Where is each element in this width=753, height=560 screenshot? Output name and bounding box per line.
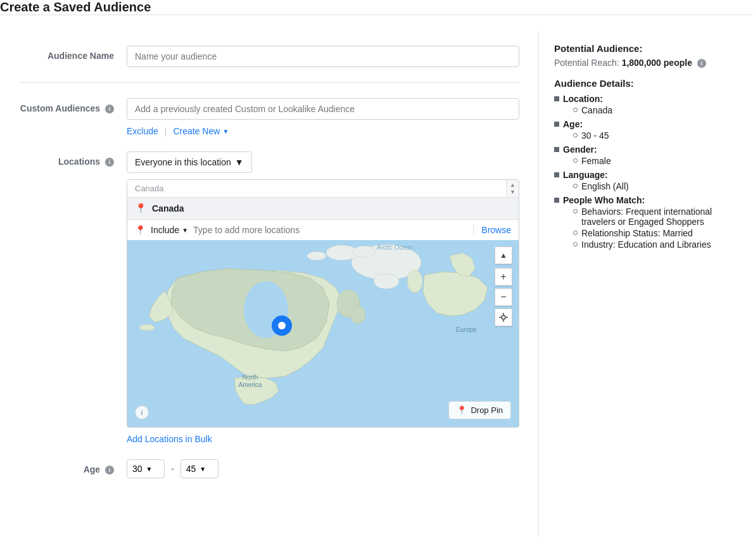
- detail-item: People Who Match:Behaviors: Frequent int…: [554, 195, 726, 251]
- age-to-arrow: ▼: [199, 466, 206, 473]
- svg-point-4: [307, 251, 326, 260]
- detail-sub-value: Behaviors: Frequent international travel…: [581, 207, 726, 227]
- audience-name-content: [127, 46, 519, 67]
- detail-sub-item: Behaviors: Frequent international travel…: [573, 207, 726, 227]
- svg-point-10: [374, 274, 399, 289]
- exclude-link[interactable]: Exclude: [127, 126, 158, 136]
- custom-audiences-row: Custom Audiences i Exclude | Create New …: [19, 98, 519, 136]
- arctic-label: Arctic Ocean: [376, 244, 414, 251]
- locator-icon: [499, 313, 508, 322]
- detail-key: Gender:: [563, 144, 597, 155]
- browse-button[interactable]: Browse: [473, 225, 511, 235]
- detail-sub-value: Canada: [581, 105, 612, 115]
- include-pin-icon: 📍: [135, 225, 146, 235]
- ca-actions: Exclude | Create New ▼: [127, 126, 519, 136]
- detail-item: Location:Canada: [554, 94, 726, 117]
- potential-audience-title: Potential Audience:: [554, 43, 726, 54]
- northamerica-label2: America: [239, 381, 262, 388]
- bullet-circle: [573, 184, 578, 188]
- canada-location-marker: [272, 315, 292, 336]
- locations-content: Everyone in this location ▼ Canada ▲ ▼: [127, 151, 519, 444]
- scroll-down-arrow[interactable]: ▼: [510, 189, 516, 195]
- map-zoom-out-button[interactable]: −: [495, 288, 512, 306]
- map-container: Arctic Ocean North America Europe ▲ +: [127, 240, 519, 427]
- bullet-square: [554, 147, 559, 152]
- locations-row: Locations i Everyone in this location ▼ …: [19, 151, 519, 444]
- detail-key: People Who Match:: [563, 195, 645, 205]
- audience-name-input[interactable]: [127, 46, 519, 67]
- detail-sub-item: Female: [573, 156, 611, 166]
- map-scroll-up-button[interactable]: ▲: [495, 246, 512, 264]
- svg-point-13: [502, 315, 505, 319]
- location-scrollbar[interactable]: ▲ ▼: [506, 180, 519, 197]
- ca-separator: |: [165, 126, 167, 136]
- bullet-square: [554, 172, 559, 177]
- age-row: Age i 30 ▼ - 45 ▼: [19, 459, 519, 478]
- age-to-select[interactable]: 45 ▼: [180, 459, 218, 478]
- drop-pin-button[interactable]: 📍 Drop Pin: [448, 401, 511, 419]
- include-button[interactable]: Include ▼: [151, 225, 188, 235]
- create-new-button[interactable]: Create New ▼: [173, 126, 229, 136]
- bullet-circle: [573, 231, 578, 235]
- detail-sublist: Behaviors: Frequent international travel…: [563, 207, 726, 250]
- bullet-circle: [573, 108, 578, 112]
- detail-item: Age:30 - 45: [554, 119, 726, 142]
- bullet-square: [554, 96, 559, 101]
- scroll-up-arrow[interactable]: ▲: [510, 182, 516, 188]
- potential-reach-info-icon: i: [697, 59, 706, 68]
- include-dropdown-arrow: ▼: [182, 227, 188, 234]
- detail-sub-item: Industry: Education and Libraries: [573, 239, 726, 250]
- add-locations-bulk-link[interactable]: Add Locations in Bulk: [127, 434, 212, 444]
- audience-details-list: Location:CanadaAge:30 - 45Gender:FemaleL…: [554, 94, 726, 251]
- svg-point-7: [350, 306, 365, 324]
- location-item-canada: 📍 Canada: [127, 198, 519, 219]
- detail-sub-item: English (All): [573, 181, 629, 191]
- bullet-square: [554, 122, 559, 127]
- custom-audiences-input[interactable]: [127, 98, 519, 120]
- age-from-arrow: ▼: [146, 466, 153, 473]
- custom-audiences-info-icon: i: [105, 105, 114, 113]
- map-controls: + −: [495, 268, 512, 326]
- detail-sublist: English (All): [563, 181, 629, 191]
- bullet-square: [554, 198, 559, 203]
- custom-audiences-label: Custom Audiences i: [19, 98, 127, 113]
- bullet-circle: [573, 158, 578, 163]
- location-country-name: Canada: [152, 203, 184, 213]
- detail-sublist: Female: [563, 156, 611, 166]
- everyone-in-location-button[interactable]: Everyone in this location ▼: [127, 151, 252, 173]
- europe-label: Europe: [456, 326, 477, 333]
- page-header: Create a Saved Audience: [0, 0, 753, 15]
- create-new-dropdown-arrow: ▼: [222, 128, 229, 135]
- location-type-input[interactable]: [193, 225, 463, 235]
- form-area: Audience Name Custom Audiences i Exclude…: [0, 30, 538, 537]
- bullet-circle: [573, 242, 578, 246]
- northamerica-label: North: [243, 374, 258, 381]
- detail-key: Language:: [563, 170, 608, 180]
- bullet-circle: [573, 209, 578, 213]
- page-title: Create a Saved Audience: [0, 0, 753, 15]
- age-from-select[interactable]: 30 ▼: [127, 459, 165, 478]
- detail-item: Gender:Female: [554, 144, 726, 167]
- location-country-header: Canada: [135, 184, 164, 193]
- map-zoom-in-button[interactable]: +: [495, 268, 512, 286]
- potential-reach: Potential Reach: 1,800,000 people i: [554, 58, 726, 68]
- locations-label: Locations i: [19, 151, 127, 167]
- audience-details-title: Audience Details:: [554, 78, 726, 89]
- location-box: Canada ▲ ▼ 📍 Canada 📍: [127, 179, 519, 428]
- audience-name-row: Audience Name: [19, 46, 519, 67]
- detail-sub-value: English (All): [581, 181, 629, 191]
- detail-sub-item: Relationship Status: Married: [573, 228, 726, 238]
- age-range: 30 ▼ - 45 ▼: [127, 459, 519, 478]
- detail-key: Location:: [563, 94, 603, 104]
- age-separator: -: [171, 464, 174, 474]
- detail-sub-value: 30 - 45: [581, 130, 609, 141]
- detail-sub-value: Female: [581, 156, 611, 166]
- svg-point-3: [353, 246, 376, 257]
- locations-info-icon: i: [105, 158, 114, 167]
- svg-point-9: [407, 270, 422, 293]
- age-content: 30 ▼ - 45 ▼: [127, 459, 519, 478]
- map-svg: Arctic Ocean North America Europe: [127, 240, 519, 427]
- map-locate-button[interactable]: [495, 309, 512, 326]
- detail-sublist: Canada: [563, 105, 612, 115]
- drop-pin-icon: 📍: [457, 405, 467, 415]
